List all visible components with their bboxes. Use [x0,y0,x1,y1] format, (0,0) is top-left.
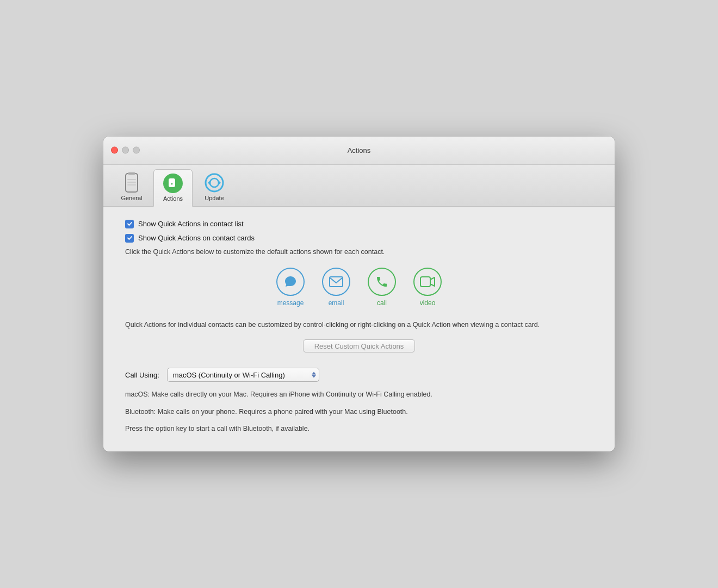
actions-icon [163,173,183,194]
tab-general[interactable]: General [112,169,151,206]
video-circle [413,268,442,296]
call-description-bluetooth: Bluetooth: Make calls on your phone. Req… [125,407,593,417]
message-label: message [277,299,304,307]
quick-action-call[interactable]: call [368,268,396,307]
window-title: Actions [348,146,371,154]
checkbox-contact-cards[interactable] [125,234,134,243]
svg-rect-2 [127,179,136,180]
titlebar: Actions [103,137,615,165]
checkbox-contact-list-label: Show Quick Actions in contact list [138,220,244,228]
tab-update-label: Update [205,195,224,201]
checkbox-contact-cards-label: Show Quick Actions on contact cards [138,234,255,242]
svg-rect-9 [330,277,343,287]
reset-custom-quick-actions-button[interactable]: Reset Custom Quick Actions [303,339,416,352]
call-description-option-key: Press the option key to start a call wit… [125,424,593,434]
content-area: Show Quick Actions in contact list Show … [103,207,615,452]
tab-actions-label: Actions [163,195,183,202]
traffic-lights [111,147,140,154]
email-label: email [329,299,344,307]
svg-marker-8 [208,181,210,185]
minimize-button[interactable] [122,147,129,154]
info-text: Quick Actions for individual contacts ca… [125,320,593,330]
checkbox-row-2: Show Quick Actions on contact cards [125,234,593,243]
svg-rect-1 [128,172,135,175]
main-window: Actions General [103,137,615,452]
video-label: video [420,299,436,307]
reset-button-container: Reset Custom Quick Actions [125,339,593,352]
toolbar: General Actions [103,165,615,207]
quick-actions-row: message email call [125,268,593,307]
message-circle [276,268,305,296]
maximize-button[interactable] [133,147,140,154]
tab-actions[interactable]: Actions [153,169,193,207]
tab-update[interactable]: Update [195,169,234,206]
call-circle [368,268,396,296]
call-using-select[interactable]: macOS (Continuity or Wi-Fi Calling) [167,368,319,382]
quick-action-video[interactable]: video [413,268,442,307]
close-button[interactable] [111,147,118,154]
update-icon [204,172,225,193]
email-circle [322,268,350,296]
call-using-label: Call Using: [125,371,159,379]
call-label: call [377,299,387,307]
call-description-block: macOS: Make calls directly on your Mac. … [125,389,593,434]
call-description-macos: macOS: Make calls directly on your Mac. … [125,389,593,400]
svg-rect-10 [420,277,430,287]
svg-rect-4 [127,184,136,185]
svg-rect-3 [127,182,136,183]
general-icon [121,172,142,193]
quick-action-message[interactable]: message [276,268,305,307]
checkbox-contact-list[interactable] [125,220,134,228]
customize-description: Click the Quick Actions below to customi… [125,248,593,256]
quick-action-email[interactable]: email [322,268,350,307]
call-using-select-wrapper: macOS (Continuity or Wi-Fi Calling) [167,368,319,382]
call-using-row: Call Using: macOS (Continuity or Wi-Fi C… [125,368,593,382]
tab-general-label: General [121,195,142,201]
checkbox-row-1: Show Quick Actions in contact list [125,220,593,228]
